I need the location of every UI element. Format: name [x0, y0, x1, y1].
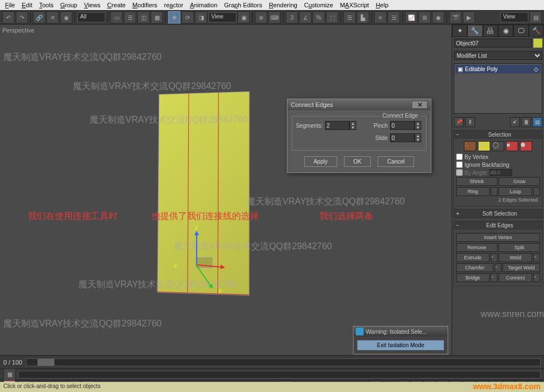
modify-tab[interactable]: 🔧 [467, 25, 482, 37]
remove-button[interactable]: Remove [456, 243, 497, 252]
menu-tools[interactable]: Tools [36, 1, 57, 9]
trackbar-toggle[interactable]: ▦ [3, 368, 16, 381]
edge-subobject[interactable]: ◁ [478, 141, 490, 151]
target-weld-button[interactable]: Target Weld [503, 263, 540, 272]
modifier-list-dropdown[interactable]: Modifier List [454, 51, 542, 60]
remove-modifier-button[interactable]: 🗑 [521, 117, 531, 127]
menu-views[interactable]: Views [81, 1, 103, 9]
extrude-settings[interactable]: ▫ [491, 253, 497, 262]
split-button[interactable]: Split [499, 243, 540, 252]
close-button[interactable]: ✕ [412, 101, 427, 109]
menu-file[interactable]: File [2, 1, 18, 9]
slide-input[interactable] [390, 133, 415, 142]
ring-button[interactable]: Ring [456, 187, 490, 196]
configure-button[interactable]: ▤ [532, 117, 542, 127]
motion-tab[interactable]: ◉ [498, 25, 513, 37]
spinner-up-icon[interactable]: ▲▼ [350, 121, 356, 130]
connect-button[interactable]: Connect [499, 273, 532, 282]
menu-maxscript[interactable]: MAXScript [337, 1, 372, 9]
create-tab[interactable]: ✦ [452, 25, 467, 37]
vertex-subobject[interactable]: ∴ [464, 141, 476, 151]
show-end-result-button[interactable]: Ⅱ [465, 117, 475, 127]
edit-edges-rollout-header[interactable]: −Edit Edges [454, 221, 542, 230]
schematic-button[interactable]: ⊞ [419, 11, 431, 24]
pin-stack-button[interactable]: 📌 [454, 117, 464, 127]
layers-button[interactable]: ☱ [388, 11, 400, 24]
rotate-button[interactable]: ⟳ [182, 11, 194, 24]
curve-editor-button[interactable]: 📈 [405, 11, 417, 24]
expand-icon[interactable]: ▣ [458, 66, 463, 72]
menu-reactor[interactable]: reactor [161, 1, 186, 9]
view-icon[interactable]: ▤ [529, 11, 542, 24]
grow-button[interactable]: Grow [499, 177, 540, 186]
spinner-up-icon[interactable]: ▲▼ [415, 121, 421, 130]
menu-animation[interactable]: Animation [187, 1, 220, 9]
filter-dropdown[interactable]: All [77, 12, 105, 22]
viewport[interactable]: Perspective z x y 魔天制造VRAY技术交流QQ群2984276… [0, 25, 452, 355]
select-button[interactable]: ▭ [110, 11, 123, 24]
menu-edit[interactable]: Edit [19, 1, 35, 9]
weld-button[interactable]: Weld [499, 253, 532, 262]
modifier-stack[interactable]: ▣ Editable Poly ◇ [454, 63, 542, 114]
keyboard-button[interactable]: ⌨ [268, 11, 281, 24]
spinner-up-icon[interactable]: ▲▼ [415, 133, 421, 142]
color-swatch[interactable] [533, 39, 542, 48]
bridge-settings[interactable]: ▫ [491, 273, 497, 282]
refcoord-dropdown[interactable]: View [208, 12, 236, 22]
ignore-backfacing-checkbox[interactable] [456, 161, 463, 168]
connect-settings[interactable]: ▫ [533, 273, 540, 282]
render-scene-button[interactable]: 🎬 [449, 11, 462, 24]
segments-input[interactable] [325, 121, 350, 130]
align-button[interactable]: ≡ [374, 11, 387, 24]
pivot-button[interactable]: ▣ [238, 11, 250, 24]
menu-group[interactable]: Group [57, 1, 80, 9]
pinch-input[interactable] [390, 121, 415, 130]
percent-snap-button[interactable]: % [313, 11, 325, 24]
manipulate-button[interactable]: ⊕ [255, 11, 267, 24]
menu-rendering[interactable]: Rendering [266, 1, 300, 9]
loop-spinner[interactable] [533, 187, 540, 196]
soft-selection-rollout-header[interactable]: +Soft Selection [454, 209, 542, 218]
ring-spinner[interactable] [491, 187, 497, 196]
undo-button[interactable]: ↶ [2, 11, 15, 24]
menu-help[interactable]: Help [373, 1, 392, 9]
weld-settings[interactable]: ▫ [533, 253, 540, 262]
unlink-button[interactable]: ✕ [47, 11, 59, 24]
cancel-button[interactable]: Cancel [378, 156, 414, 167]
stack-item-editable-poly[interactable]: ▣ Editable Poly ◇ [455, 65, 541, 73]
view-dropdown-2[interactable]: View [500, 12, 528, 22]
ok-button[interactable]: OK [344, 156, 371, 167]
apply-button[interactable]: Apply [304, 156, 337, 167]
utilities-tab[interactable]: 🔨 [529, 25, 544, 37]
mirror-button[interactable]: ▙ [357, 11, 369, 24]
polygon-subobject[interactable]: ■ [506, 141, 518, 151]
make-unique-button[interactable]: ✔ [510, 117, 520, 127]
border-subobject[interactable]: ◯ [492, 141, 504, 151]
loop-button[interactable]: Loop [499, 187, 532, 196]
menu-grapheditors[interactable]: Graph Editors [221, 1, 265, 9]
chamfer-settings[interactable]: ▫ [495, 263, 501, 272]
extrude-button[interactable]: Extrude [456, 253, 490, 262]
exit-isolation-button[interactable]: Exit Isolation Mode [357, 340, 444, 351]
menu-customize[interactable]: Customize [301, 1, 336, 9]
link-button[interactable]: 🔗 [33, 11, 45, 24]
material-editor-button[interactable]: ◉ [432, 11, 444, 24]
time-slider[interactable] [26, 358, 541, 366]
bridge-button[interactable]: Bridge [456, 273, 490, 282]
menu-modifiers[interactable]: Modifiers [129, 1, 160, 9]
display-tab[interactable]: 🖵 [513, 25, 528, 37]
spinner-snap-button[interactable]: ⬚ [326, 11, 338, 24]
select-region-button[interactable]: ◫ [137, 11, 150, 24]
select-name-button[interactable]: ☰ [124, 11, 136, 24]
move-button[interactable]: ✥ [168, 11, 180, 24]
element-subobject[interactable]: ⬢ [520, 141, 532, 151]
redo-button[interactable]: ↷ [16, 11, 28, 24]
named-selection-button[interactable]: ☰ [343, 11, 356, 24]
scale-button[interactable]: ◨ [195, 11, 207, 24]
snap-button[interactable]: 3 [286, 11, 298, 24]
render-button[interactable]: ▶ [463, 11, 475, 24]
object-name-input[interactable] [454, 39, 532, 48]
hierarchy-tab[interactable]: 品 [483, 25, 498, 37]
chamfer-button[interactable]: Chamfer [456, 263, 494, 272]
window-crossing-button[interactable]: ▦ [151, 11, 163, 24]
